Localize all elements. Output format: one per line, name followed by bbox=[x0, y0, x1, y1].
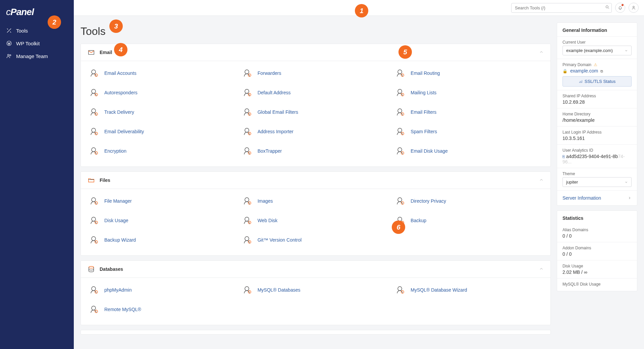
tool-item[interactable]: Backup bbox=[394, 212, 544, 229]
panel-header-email[interactable]: Email bbox=[81, 44, 550, 61]
user-menu-button[interactable] bbox=[629, 3, 639, 13]
tool-item[interactable]: Email Filters bbox=[394, 103, 544, 121]
tool-item[interactable]: Directory Privacy bbox=[394, 192, 544, 210]
svg-point-1 bbox=[8, 54, 9, 56]
tool-icon bbox=[395, 126, 406, 137]
search-button[interactable] bbox=[605, 5, 610, 11]
tool-item[interactable]: Forwarders bbox=[241, 64, 391, 82]
svg-point-59 bbox=[92, 306, 96, 310]
tool-icon bbox=[89, 126, 100, 137]
tool-item[interactable]: MySQL® Databases bbox=[241, 281, 391, 299]
svg-point-26 bbox=[245, 128, 249, 132]
tool-item[interactable]: MySQL® Database Wizard bbox=[394, 281, 544, 299]
stat-value: 2.02 MB / ∞ bbox=[562, 269, 632, 275]
ssl-button-label: SSL/TLS Status bbox=[585, 79, 616, 84]
svg-point-4 bbox=[633, 6, 635, 8]
tool-item[interactable]: Backup Wizard bbox=[88, 231, 237, 249]
right-column: General Information Current User example… bbox=[557, 22, 637, 296]
tool-icon bbox=[89, 146, 100, 156]
analytics-value: ⎘a4d5d235-9404-4e91-8b74-96... bbox=[562, 154, 632, 164]
tool-icon bbox=[242, 285, 253, 295]
tool-icon bbox=[89, 87, 100, 98]
tool-icon bbox=[89, 196, 100, 206]
chevron-down-icon bbox=[625, 49, 628, 52]
theme-select[interactable]: jupiter bbox=[562, 177, 632, 187]
svg-point-10 bbox=[398, 70, 402, 74]
svg-point-2 bbox=[10, 55, 11, 56]
svg-point-44 bbox=[245, 217, 249, 221]
tool-item[interactable]: Git™ Version Control bbox=[241, 231, 391, 249]
page-title: Tools bbox=[80, 25, 551, 38]
sidebar-item-tools[interactable]: Tools bbox=[0, 24, 74, 37]
stat-label: Addon Domains bbox=[562, 246, 632, 250]
tool-label: Forwarders bbox=[258, 70, 281, 76]
tool-item[interactable]: File Manager bbox=[88, 192, 237, 210]
annotation-badge-5: 5 bbox=[398, 45, 412, 59]
primary-domain-link[interactable]: example.com bbox=[570, 68, 598, 73]
ssl-status-button[interactable]: SSL/TLS Status bbox=[562, 76, 632, 87]
svg-point-30 bbox=[92, 148, 96, 152]
tool-label: Address Importer bbox=[258, 129, 293, 134]
server-info-label: Server Information bbox=[562, 195, 601, 201]
copy-icon[interactable]: ⎘ bbox=[562, 154, 565, 159]
tool-item[interactable]: BoxTrapper bbox=[241, 142, 391, 160]
tool-icon bbox=[242, 87, 253, 98]
tool-item[interactable]: Web Disk bbox=[241, 212, 391, 229]
stat-row: Disk Usage2.02 MB / ∞ bbox=[557, 260, 637, 278]
tool-item[interactable]: Email Disk Usage bbox=[394, 142, 544, 160]
tool-item[interactable]: Encryption bbox=[88, 142, 237, 160]
svg-point-57 bbox=[398, 287, 402, 291]
tool-icon bbox=[395, 87, 406, 98]
server-info-link[interactable]: Server Information bbox=[557, 190, 637, 205]
panel-title: Email bbox=[100, 50, 112, 55]
sidebar-item-manage-team[interactable]: Manage Team bbox=[0, 50, 74, 62]
tool-item[interactable]: Default Address bbox=[241, 84, 391, 101]
sidebar-item-wp-toolkit[interactable]: WP Toolkit bbox=[0, 37, 74, 50]
tool-item[interactable]: Email Deliverability bbox=[88, 123, 237, 140]
tool-item[interactable]: Global Email Filters bbox=[241, 103, 391, 121]
tool-item[interactable]: Autoresponders bbox=[88, 84, 237, 101]
tool-item[interactable]: Images bbox=[241, 192, 391, 210]
tool-item[interactable]: phpMyAdmin bbox=[88, 281, 237, 299]
current-user-label: Current User bbox=[562, 40, 632, 45]
search-wrap bbox=[511, 3, 612, 13]
panel-header-files[interactable]: Files bbox=[81, 172, 550, 189]
email-icon bbox=[88, 49, 95, 56]
sidebar-item-label: WP Toolkit bbox=[16, 41, 40, 46]
svg-point-53 bbox=[92, 287, 96, 291]
logo: cPanel bbox=[0, 4, 74, 24]
tool-icon bbox=[89, 285, 100, 295]
tool-label: Images bbox=[258, 198, 273, 204]
tool-item[interactable]: Track Delivery bbox=[88, 103, 237, 121]
panel-header-databases[interactable]: Databases bbox=[81, 261, 550, 278]
tool-item[interactable]: Spam Filters bbox=[394, 123, 544, 140]
current-user-value: example (example.com) bbox=[566, 48, 613, 53]
svg-point-55 bbox=[245, 287, 249, 291]
database-icon bbox=[88, 265, 95, 273]
tool-label: Email Deliverability bbox=[104, 129, 144, 134]
stat-row: Alias Domains0 / 0 bbox=[557, 224, 637, 242]
tool-item[interactable]: Email Accounts bbox=[88, 64, 237, 82]
statistics-panel: Statistics Alias Domains0 / 0Addon Domai… bbox=[557, 210, 637, 291]
tool-item[interactable]: Disk Usage bbox=[88, 212, 237, 229]
sidebar-item-label: Tools bbox=[16, 28, 28, 34]
annotation-badge-2: 2 bbox=[48, 15, 61, 29]
tool-item[interactable]: Remote MySQL® bbox=[88, 301, 237, 318]
notifications-button[interactable] bbox=[615, 3, 625, 13]
tool-icon bbox=[395, 146, 406, 156]
stat-label: Disk Usage bbox=[562, 264, 632, 268]
tool-icon bbox=[89, 215, 100, 226]
tool-item[interactable]: Mailing Lists bbox=[394, 84, 544, 101]
svg-point-22 bbox=[398, 109, 402, 113]
tool-item[interactable]: Address Importer bbox=[241, 123, 391, 140]
search-input[interactable] bbox=[511, 3, 612, 13]
chevron-up-icon bbox=[539, 266, 544, 272]
current-user-select[interactable]: example (example.com) bbox=[562, 46, 632, 55]
stat-value: 0 / 0 bbox=[562, 251, 632, 257]
bell-icon bbox=[618, 5, 623, 10]
svg-point-28 bbox=[398, 128, 402, 132]
tool-icon bbox=[242, 196, 253, 206]
tool-item[interactable]: Email Routing bbox=[394, 64, 544, 82]
panel-title: Statistics bbox=[557, 211, 637, 224]
tool-label: Email Routing bbox=[411, 70, 440, 76]
